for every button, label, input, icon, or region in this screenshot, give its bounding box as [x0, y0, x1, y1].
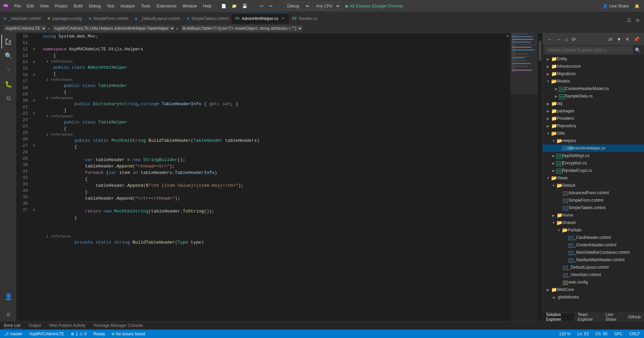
menu-extensions[interactable]: Extensions — [154, 2, 179, 10]
tree-item-shared[interactable]: ▼ 📂 Shared — [543, 219, 644, 226]
code-area[interactable]: using System.Web.Mvc; namespace AspMVCAd… — [39, 33, 511, 321]
tree-item-partials[interactable]: ▼ 📂 Partials — [543, 226, 644, 234]
tree-item-default[interactable]: ▼ 📂 Default — [543, 182, 644, 189]
tree-expand-encryption[interactable]: ▶ — [551, 161, 556, 165]
status-no-issues[interactable]: No issues found — [110, 332, 146, 336]
tree-item-migrations[interactable]: ▶ 📁 Migrations — [543, 70, 644, 77]
status-git-branch[interactable]: ⎇ master — [3, 332, 24, 336]
tree-item-rijndaelcrypt[interactable]: ▶ C# RijndaelCrypt.cs — [543, 167, 644, 174]
menu-help[interactable]: Help — [200, 2, 214, 10]
se-search-btn[interactable]: 🔍 — [633, 47, 642, 53]
tree-item-advancedform[interactable]: ⊙ AdvancedForm.cshtml — [543, 189, 644, 197]
tree-expand-appsettings[interactable]: ▶ — [551, 154, 556, 158]
status-line[interactable]: Ln: 53 — [576, 332, 590, 336]
add-line-button[interactable]: + — [504, 33, 511, 40]
activity-git[interactable]: ⑂ — [1, 63, 15, 77]
tree-expand-helpers[interactable]: ▼ — [551, 139, 556, 143]
activity-extensions[interactable]: ⧉ — [1, 92, 15, 105]
tab-defaultlayout[interactable]: ◈ _DefaultLayout.cshtml — [131, 13, 183, 24]
tree-expand-utils[interactable]: ▼ — [545, 132, 551, 135]
tree-expand-repository[interactable]: ▶ — [545, 124, 551, 128]
se-btn-refresh[interactable]: ⟳ — [570, 36, 577, 43]
menu-view[interactable]: View — [37, 2, 51, 10]
class-dropdown[interactable]: AspMVCAdminLTE.Utils.Helpers.AdminHtmlHe… — [52, 25, 175, 32]
tree-item-defaultlayoutview[interactable]: ⊙ _DefaultLayout.cshtml — [543, 264, 644, 271]
menu-project[interactable]: Project — [52, 2, 70, 10]
se-btn-sync[interactable]: ⇄ — [607, 36, 614, 43]
tree-expand-partials[interactable]: ▼ — [556, 228, 562, 232]
toolbar-redo[interactable]: ↪ — [267, 3, 274, 9]
tree-item-sampledata[interactable]: ▶ C# SampleData.cs — [543, 92, 644, 100]
status-char[interactable]: Ch: 55 — [594, 332, 609, 336]
se-tab-solution-explorer[interactable]: Solution Explorer — [543, 313, 574, 321]
tree-expand-entity[interactable]: ▶ — [545, 57, 551, 61]
menu-analyze[interactable]: Analyze — [118, 2, 138, 10]
tab-simpletables[interactable]: ◈ SimpleTables.cshtml — [183, 13, 232, 24]
tree-item-packages[interactable]: ▶ 📁 packages — [543, 107, 644, 115]
tree-expand-providers[interactable]: ▶ — [545, 117, 551, 120]
tab-viewstart[interactable]: ◈ _ViewStart.cshtml — [0, 13, 44, 24]
activity-settings[interactable]: ⚙ — [1, 308, 15, 321]
tree-item-navbarmain[interactable]: ⊙ _NavBarMainHeader.cshtml — [543, 256, 644, 264]
tree-expand-views[interactable]: ▼ — [545, 176, 551, 180]
se-btn-home[interactable]: ⌂ — [564, 36, 569, 43]
tree-item-obj[interactable]: ▶ 📁 obj — [543, 100, 644, 107]
namespace-dropdown[interactable]: AspMVCAdminLTE — [3, 25, 46, 32]
debug-mode-dropdown[interactable]: Debug Release — [284, 2, 310, 10]
tree-item-views[interactable]: ▼ 📂 Views — [543, 174, 644, 182]
status-line-ending[interactable]: CRLF — [628, 332, 641, 336]
status-encoding[interactable]: SPC — [613, 332, 624, 336]
tab-gender[interactable]: C# Gender.cs — [289, 13, 321, 24]
tree-item-simpleformview[interactable]: ⊙ SimpleForm.cshtml — [543, 197, 644, 204]
editor-scrollbar[interactable] — [538, 33, 542, 321]
menu-build[interactable]: Build — [71, 2, 85, 10]
tree-item-adminhtmlhelper[interactable]: aC# AdminHtmlHelper.cs — [543, 144, 644, 152]
toolbar-open[interactable]: 📁 — [230, 3, 238, 9]
activity-search[interactable]: 🔍 — [1, 49, 15, 63]
activity-explorer[interactable] — [1, 35, 15, 48]
tree-item-providers[interactable]: ▶ 📁 Providers — [543, 115, 644, 122]
tree-expand-sampledata[interactable]: ▶ — [554, 94, 559, 98]
se-btn-filter[interactable]: ▼ — [615, 36, 623, 43]
se-search-input[interactable] — [545, 46, 633, 54]
status-errors[interactable]: ⊗ 2 ⚠ 0 — [69, 332, 88, 336]
tree-expand-obj[interactable]: ▶ — [545, 102, 551, 106]
method-dropdown[interactable]: BuildBasicTable<T>(List<T> modelObject, … — [181, 25, 303, 32]
tree-item-simpletablesview[interactable]: ⊙ SimpleTables.cshtml — [543, 204, 644, 211]
tree-item-viewstartview[interactable]: ⊙ _ViewStart.cshtml — [543, 271, 644, 278]
tree-expand-default[interactable]: ▼ — [551, 184, 556, 187]
tree-expand-webcore[interactable]: ▶ — [545, 288, 551, 292]
tree-item-webcore[interactable]: ▶ 📁 WebCore — [543, 286, 644, 293]
tree-expand-migrations[interactable]: ▶ — [545, 72, 551, 76]
menu-file[interactable]: File — [12, 2, 23, 10]
toolbar-new[interactable]: 📄 — [220, 3, 228, 9]
tree-item-contentheader[interactable]: ⊙ _ContentHeader.cshtml — [543, 241, 644, 249]
se-btn-forward[interactable]: → — [555, 36, 562, 43]
tree-item-mainsidebar[interactable]: ⊙ _MainSideBarContainer.cshtml — [543, 249, 644, 256]
tree-item-contentheadermodel[interactable]: ▶ C# ContentHeaderModel.cs — [543, 85, 644, 92]
se-btn-close[interactable]: ✕ — [624, 36, 631, 43]
scrollbar-thumb[interactable] — [539, 41, 541, 61]
tab-adminhtmlhelper[interactable]: C# AdminHtmlHelper.cs ✕ — [232, 13, 289, 24]
tree-expand-contentheadermodel[interactable]: ▶ — [554, 87, 559, 91]
run-button[interactable]: ▶ IIS Express (Google Chrome) — [343, 3, 406, 9]
tree-item-webconfig[interactable]: ⚙ web.config — [543, 278, 644, 286]
tab-simpleform[interactable]: ◈ SimpleForm.cshtml — [85, 13, 132, 24]
se-tab-team-explorer[interactable]: Team Explorer — [574, 313, 602, 321]
activity-debug[interactable]: 🐛 — [1, 77, 15, 91]
tree-item-utils[interactable]: ▼ 📂 Utils — [543, 130, 644, 137]
tree-item-infrastructure[interactable]: ▶ 📁 Infrastructure — [543, 63, 644, 70]
panel-tab-web-publish[interactable]: Web Publish Activity — [48, 322, 87, 329]
tree-expand-packages[interactable]: ▶ — [545, 109, 551, 113]
tree-item-gitattributes[interactable]: ⚙ .gitattributes — [543, 293, 644, 301]
menu-debug[interactable]: Debug — [86, 2, 103, 10]
se-tab-live-share[interactable]: Live Share — [602, 313, 625, 321]
menu-window[interactable]: Window — [180, 2, 200, 10]
tree-item-home[interactable]: ▶ 📁 Home — [543, 211, 644, 219]
platform-dropdown[interactable]: Any CPU — [312, 2, 341, 10]
tree-expand-models[interactable]: ▼ — [545, 80, 551, 83]
activity-liveshare[interactable]: 👤 — [1, 290, 15, 303]
tree-expand-home[interactable]: ▶ — [551, 213, 556, 217]
menu-edit[interactable]: Edit — [24, 2, 37, 10]
tab-settings-btn[interactable]: ⚙ — [634, 17, 641, 24]
